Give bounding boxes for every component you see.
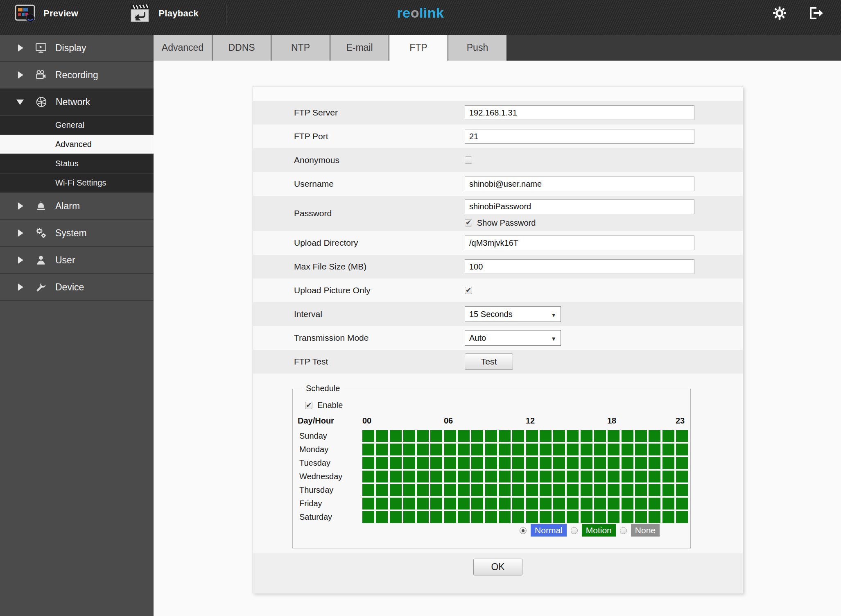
transmission-mode-select[interactable]: Auto ▼	[465, 330, 561, 346]
schedule-cell[interactable]	[390, 430, 402, 442]
schedule-cell[interactable]	[526, 444, 538, 455]
sidebar-item-network[interactable]: Network	[0, 89, 154, 116]
schedule-cell[interactable]	[403, 457, 415, 469]
normal-radio[interactable]	[520, 527, 527, 534]
schedule-cell[interactable]	[608, 471, 619, 482]
schedule-cell[interactable]	[567, 484, 579, 496]
schedule-cell[interactable]	[581, 511, 592, 523]
schedule-cell[interactable]	[362, 430, 374, 442]
schedule-cell[interactable]	[649, 484, 660, 496]
schedule-cell[interactable]	[403, 444, 415, 455]
schedule-cell[interactable]	[608, 444, 619, 455]
schedule-cell[interactable]	[622, 511, 633, 523]
sidebar-item-system[interactable]: System	[0, 220, 154, 247]
schedule-cell[interactable]	[362, 511, 374, 523]
schedule-cell[interactable]	[622, 484, 633, 496]
schedule-cell[interactable]	[403, 511, 415, 523]
schedule-cell[interactable]	[362, 498, 374, 510]
schedule-cell[interactable]	[581, 430, 592, 442]
schedule-cell[interactable]	[417, 430, 429, 442]
schedule-cell[interactable]	[444, 457, 456, 469]
schedule-cell[interactable]	[444, 444, 456, 455]
schedule-cell[interactable]	[458, 498, 470, 510]
schedule-cell[interactable]	[430, 484, 442, 496]
schedule-cell[interactable]	[417, 471, 429, 482]
motion-mode-badge[interactable]: Motion	[582, 524, 616, 537]
schedule-cell[interactable]	[417, 511, 429, 523]
schedule-cell[interactable]	[499, 444, 511, 455]
ftp-test-button[interactable]: Test	[465, 353, 513, 370]
schedule-cell[interactable]	[485, 511, 497, 523]
schedule-cell[interactable]	[430, 444, 442, 455]
schedule-cell[interactable]	[512, 484, 524, 496]
schedule-cell[interactable]	[635, 444, 647, 455]
ok-button[interactable]: OK	[473, 559, 522, 575]
schedule-cell[interactable]	[499, 457, 511, 469]
schedule-cell[interactable]	[458, 444, 470, 455]
schedule-cell[interactable]	[608, 484, 619, 496]
schedule-cell[interactable]	[662, 457, 674, 469]
schedule-cell[interactable]	[567, 498, 579, 510]
schedule-cell[interactable]	[622, 430, 633, 442]
ftp-port-input[interactable]	[465, 129, 694, 144]
schedule-cell[interactable]	[662, 430, 674, 442]
schedule-cell[interactable]	[608, 511, 619, 523]
schedule-cell[interactable]	[581, 484, 592, 496]
schedule-cell[interactable]	[444, 511, 456, 523]
schedule-cell[interactable]	[471, 430, 483, 442]
username-input[interactable]	[465, 177, 694, 191]
schedule-cell[interactable]	[662, 511, 674, 523]
logout-icon[interactable]	[808, 6, 825, 20]
schedule-cell[interactable]	[471, 444, 483, 455]
schedule-cell[interactable]	[417, 444, 429, 455]
ftp-server-input[interactable]	[465, 105, 694, 120]
none-radio[interactable]	[620, 527, 627, 534]
schedule-cell[interactable]	[581, 471, 592, 482]
schedule-cell[interactable]	[403, 498, 415, 510]
schedule-cell[interactable]	[526, 498, 538, 510]
schedule-cell[interactable]	[649, 457, 660, 469]
schedule-cell[interactable]	[471, 511, 483, 523]
schedule-cell[interactable]	[403, 484, 415, 496]
interval-select[interactable]: 15 Seconds ▼	[465, 306, 561, 322]
schedule-cell[interactable]	[390, 444, 402, 455]
upload-directory-input[interactable]	[465, 236, 694, 250]
schedule-cell[interactable]	[390, 471, 402, 482]
schedule-cell[interactable]	[553, 457, 565, 469]
tab-advanced[interactable]: Advanced	[154, 35, 212, 61]
schedule-cell[interactable]	[553, 484, 565, 496]
sidebar-item-wifi-settings[interactable]: Wi-Fi Settings	[0, 174, 154, 193]
sidebar-item-display[interactable]: Display	[0, 35, 154, 62]
schedule-cell[interactable]	[540, 484, 552, 496]
schedule-cell[interactable]	[553, 444, 565, 455]
schedule-cell[interactable]	[390, 498, 402, 510]
upload-picture-only-checkbox[interactable]	[465, 287, 472, 294]
schedule-cell[interactable]	[526, 511, 538, 523]
schedule-cell[interactable]	[390, 484, 402, 496]
schedule-cell[interactable]	[622, 471, 633, 482]
schedule-cell[interactable]	[512, 444, 524, 455]
sidebar-item-general[interactable]: General	[0, 116, 154, 135]
tab-ntp[interactable]: NTP	[271, 35, 330, 61]
sidebar-item-alarm[interactable]: Alarm	[0, 193, 154, 220]
schedule-cell[interactable]	[376, 457, 388, 469]
schedule-cell[interactable]	[553, 471, 565, 482]
sidebar-item-advanced[interactable]: Advanced	[0, 135, 154, 154]
schedule-cell[interactable]	[417, 484, 429, 496]
schedule-cell[interactable]	[540, 511, 552, 523]
schedule-cell[interactable]	[594, 457, 606, 469]
schedule-cell[interactable]	[567, 444, 579, 455]
schedule-cell[interactable]	[635, 484, 647, 496]
schedule-cell[interactable]	[676, 471, 688, 482]
tab-ddns[interactable]: DDNS	[213, 35, 271, 61]
schedule-cell[interactable]	[581, 498, 592, 510]
schedule-cell[interactable]	[608, 430, 619, 442]
schedule-cell[interactable]	[376, 430, 388, 442]
sidebar-item-device[interactable]: Device	[0, 274, 154, 301]
schedule-cell[interactable]	[622, 457, 633, 469]
schedule-cell[interactable]	[635, 457, 647, 469]
schedule-cell[interactable]	[649, 471, 660, 482]
schedule-cell[interactable]	[512, 457, 524, 469]
schedule-cell[interactable]	[471, 498, 483, 510]
playback-button[interactable]: Playback	[126, 0, 201, 27]
